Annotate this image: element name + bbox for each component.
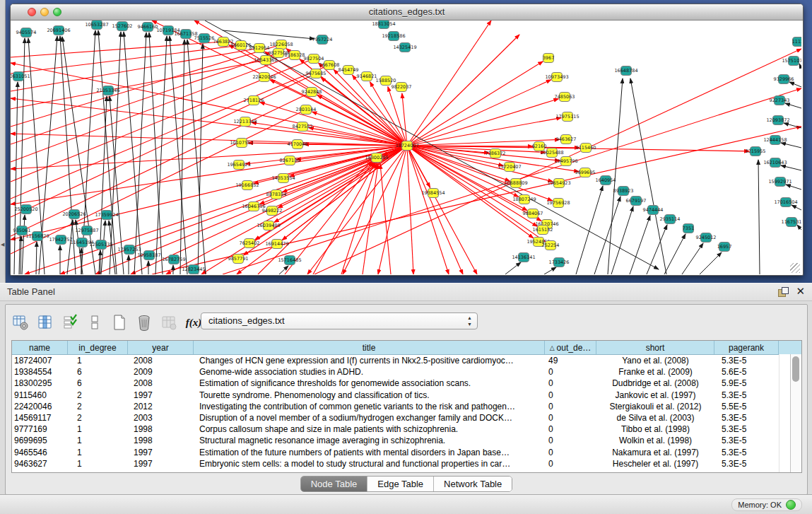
table-row[interactable]: 1456911722003Disruption of a novel membe… [12,412,801,424]
graph-node[interactable]: 1640954 [596,176,616,185]
graph-node[interactable]: 10025488 [540,148,563,158]
graph-node[interactable]: 21053346 [96,86,119,95]
graph-node[interactable]: 18226058 [269,40,293,49]
graph-node[interactable]: 8878334 [266,190,287,199]
column-header-pagerank[interactable]: pagerank [714,341,779,354]
table-row[interactable]: 1830029562008Estimation of significance … [12,378,801,389]
graph-node[interactable]: 15716485 [278,256,301,265]
graph-node[interactable]: 9466160 [138,23,158,32]
table-cell[interactable]: 5.3E-5 [714,424,779,435]
table-cell[interactable]: 6 [68,366,128,378]
graph-node[interactable]: 19495796 [554,157,577,166]
table-cell[interactable]: Changes of HCN gene expression and I(f) … [194,355,545,366]
table-cell[interactable]: 5.3E-5 [714,447,779,458]
graph-node[interactable]: 7515526 [194,34,215,43]
table-cell[interactable]: Estimation of significance thresholds fo… [194,378,545,389]
table-cell[interactable]: 2012 [128,401,194,412]
graph-node[interactable]: 8938923 [613,187,634,196]
table-cell[interactable]: 0 [545,366,596,378]
table-cell[interactable]: de Silva et al. (2003) [596,412,714,424]
graph-node[interactable]: 7957224 [312,35,333,45]
graph-node[interactable]: 12505135 [89,240,112,250]
graph-node[interactable]: 25200520 [14,205,37,214]
table-cell[interactable]: 1997 [128,390,194,401]
table-cell[interactable]: 9115460 [12,390,68,401]
graph-node[interactable]: 9463627 [556,135,577,144]
graph-node[interactable]: 8454749 [339,66,359,75]
table-cell[interactable]: 0 [545,378,596,389]
table-cell[interactable]: Investigating the contribution of common… [194,401,545,412]
side-panel-handle[interactable]: ◀ [0,0,6,283]
show-columns-icon[interactable] [36,313,54,332]
graph-node[interactable]: 2718126 [244,96,264,105]
table-cell[interactable]: 1 [68,435,128,446]
table-cell[interactable]: 1998 [128,424,194,435]
select-rows-icon[interactable] [61,313,79,332]
import-table-icon[interactable] [160,313,178,332]
table-row[interactable]: 1872400712008Changes of HCN gene express… [12,355,801,366]
table-cell[interactable]: 1998 [128,435,194,446]
graph-node[interactable]: 252254 [542,241,560,250]
graph-node[interactable]: 11156829 [25,232,49,241]
table-cell[interactable]: Nakamura et al. (1997) [596,447,714,458]
table-cell[interactable]: Jankovic et al. (1997) [596,390,714,401]
graph-node[interactable]: 10107552 [230,139,253,148]
table-cell[interactable]: 0 [545,424,596,435]
graph-node[interactable]: 17359924 [95,211,118,220]
graph-node[interactable]: 19218586 [382,32,405,41]
table-cell[interactable]: Corpus callosum shape and size in male p… [194,424,545,435]
table-cell[interactable]: 9463627 [12,458,68,469]
column-header-year[interactable]: year [128,341,194,354]
graph-node[interactable]: 8186328 [285,51,305,60]
table-cell[interactable]: Estimation of the future numbers of pati… [194,447,545,458]
graph-node[interactable]: 19756928 [546,199,570,208]
graph-node[interactable]: 17942757 [49,235,72,245]
table-cell[interactable]: 5.3E-5 [714,355,779,366]
table-cell[interactable]: Dudbridge et al. (2008) [596,378,714,389]
graph-node[interactable]: 8427552 [293,122,313,132]
table-row[interactable]: 2242004622012Investigating the contribut… [12,401,801,412]
graph-node[interactable]: 18807249 [512,195,536,204]
table-cell[interactable]: 19384554 [12,366,68,378]
table-settings-icon[interactable] [11,313,30,332]
table-cell[interactable]: 9465546 [12,447,68,458]
graph-node[interactable]: 7485063 [555,93,575,102]
graph-node[interactable]: 9474444 [643,206,664,215]
table-cell[interactable]: 18300295 [12,378,68,389]
graph-node[interactable]: 1733426 [549,258,570,267]
table-cell[interactable]: Franke et al. (2009) [596,366,714,378]
table-row[interactable]: 1938455462009Genome-wide association stu… [12,366,801,378]
network-window-titlebar[interactable]: citations_edges.txt [11,4,803,21]
table-cell[interactable]: Tibbo et al. (1998) [596,424,714,435]
table-cell[interactable]: 0 [545,458,596,469]
graph-node[interactable]: 1167531 [782,218,801,227]
table-cell[interactable]: 5.3E-5 [714,435,779,446]
graph-node[interactable]: 3967 [543,54,555,63]
table-cell[interactable]: 2 [68,412,128,424]
window-resize-grip[interactable] [790,263,800,273]
graph-node[interactable]: 19654923 [227,160,250,170]
row-height-icon[interactable] [86,313,104,332]
table-cell[interactable]: 2003 [128,412,194,424]
graph-node[interactable]: 17016504 [774,198,797,207]
table-cell[interactable]: 6 [68,378,128,389]
graph-node[interactable]: 9115460 [576,144,596,153]
table-cell[interactable]: Wolkin et al. (1998) [596,435,714,446]
table-cell[interactable]: Disruption of a novel member of a sodium… [194,412,545,424]
table-cell[interactable]: 0 [545,412,596,424]
table-cell[interactable]: 5.6E-5 [714,366,779,378]
network-canvas[interactable]: 1872400718300295193845549405574206914061… [11,21,801,274]
graph-node[interactable]: 15992971 [768,177,792,187]
graph-node[interactable]: 1112 [792,37,801,47]
table-row[interactable]: 969969511998Structural magnetic resonanc… [12,435,801,446]
column-header-out_de[interactable]: △out_de… [545,341,596,354]
table-row[interactable]: 977716911998Corpus callosum shape and si… [12,424,801,435]
tab-edge-table[interactable]: Edge Table [367,477,434,491]
table-scrollbar[interactable] [790,354,801,472]
table-cell[interactable]: 2 [68,390,128,401]
table-cell[interactable]: 5.3E-5 [714,390,779,401]
graph-node[interactable]: 14325419 [393,43,416,52]
new-table-icon[interactable] [110,313,129,332]
float-panel-icon[interactable] [778,287,788,297]
table-cell[interactable]: Hescheler et al. (1997) [596,458,714,469]
